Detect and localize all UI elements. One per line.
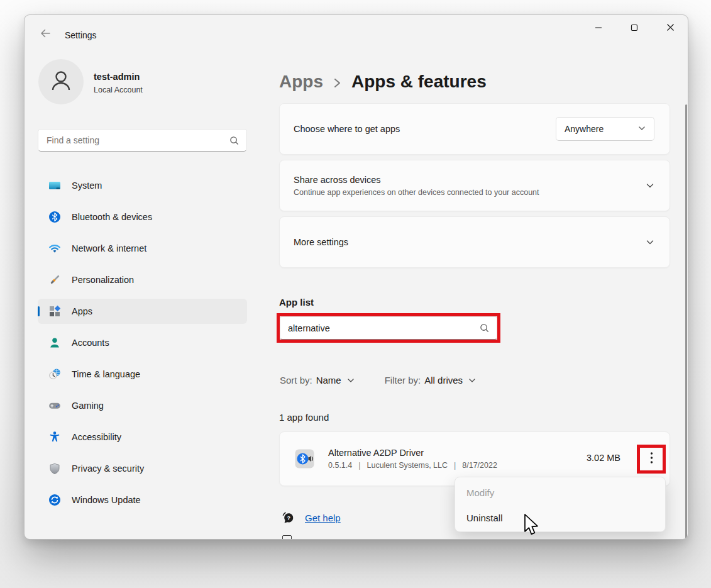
sidebar-item-label: Network & internet [72,243,146,253]
give-feedback-icon [282,535,292,540]
sidebar-item-label: Bluetooth & devices [72,212,152,222]
sidebar-item-label: Accounts [72,338,109,348]
app-version: 0.5.1.4 [328,461,352,470]
get-help-row: ? Get help [280,510,341,525]
sidebar-item-accessibility[interactable]: Accessibility [38,424,247,450]
sidebar-item-system[interactable]: System [38,173,247,198]
vertical-scrollbar[interactable] [685,104,687,538]
sidebar-item-gaming[interactable]: Gaming [38,393,247,418]
app-details: 0.5.1.4 | Luculent Systems, LLC | 8/17/2… [328,461,497,470]
sidebar-item-bluetooth-devices[interactable]: Bluetooth & devices [38,204,247,230]
menu-item-modify[interactable]: Modify [455,480,665,505]
context-menu: Modify Uninstall [455,477,666,532]
sidebar-item-privacy-security[interactable]: Privacy & security [38,456,247,481]
breadcrumb: Apps Apps & features [279,72,487,92]
breadcrumb-parent[interactable]: Apps [279,72,323,92]
find-setting-box [38,129,247,152]
system-icon [48,179,61,192]
desktop-background: Settings test-admin Local Account [0,0,711,588]
apps-icon [48,305,61,318]
chevron-down-icon[interactable] [646,238,654,247]
maximize-button[interactable] [620,18,649,39]
sidebar-item-label: Accessibility [72,432,121,442]
more-settings-title: More settings [294,237,348,247]
get-help-link[interactable]: Get help [305,513,341,523]
app-list-heading: App list [279,297,314,308]
accounts-icon [48,336,61,349]
sidebar-item-label: Windows Update [72,495,141,505]
sidebar-item-label: Apps [72,306,92,316]
sidebar-item-apps[interactable]: Apps [38,299,247,324]
get-apps-label: Choose where to get apps [294,124,400,134]
svg-text:?: ? [287,515,290,521]
close-button[interactable] [656,18,685,39]
sidebar-item-accounts[interactable]: Accounts [38,330,247,355]
sidebar-item-windows-update[interactable]: Windows Update [38,487,247,513]
chevron-down-icon[interactable] [646,181,654,190]
avatar[interactable] [38,59,84,104]
menu-item-uninstall[interactable]: Uninstall [455,505,665,530]
user-account-type: Local Account [94,86,143,94]
kebab-menu-icon [650,452,653,467]
gamepad-icon [48,399,61,412]
a2dp-app-icon [295,449,314,469]
close-icon [666,23,675,34]
sidebar-item-label: Personalization [72,275,134,285]
page-title: Apps & features [351,72,487,92]
settings-window: Settings test-admin Local Account [24,14,688,540]
get-apps-dropdown[interactable]: Anywhere [556,117,654,141]
sidebar-item-label: Gaming [72,401,104,411]
more-settings-card[interactable]: More settings [279,216,670,268]
window-title: Settings [65,30,97,40]
filter-by-value: All drives [424,375,463,386]
user-name: test-admin [94,72,140,82]
separator: | [358,461,360,470]
search-icon [480,323,489,333]
maximize-icon [631,23,638,34]
get-help-icon: ? [280,510,295,525]
wifi-icon [48,242,61,255]
separator: | [454,461,456,470]
find-setting-input[interactable] [38,130,229,151]
filter-by-label: Filter by: [385,375,421,386]
app-more-options-button[interactable] [640,448,663,470]
mouse-cursor-icon [524,513,540,540]
share-across-devices-card[interactable]: Share across devices Continue app experi… [279,160,670,211]
brush-icon [48,274,61,286]
sidebar-item-label: System [72,180,102,191]
update-icon [48,494,61,506]
sidebar-item-time-language[interactable]: Time & language [38,362,247,387]
sidebar-item-network-internet[interactable]: Network & internet [38,236,247,261]
minimize-button[interactable] [584,18,613,39]
app-search-input[interactable] [280,317,480,339]
chevron-down-icon [638,123,646,135]
app-install-date: 8/17/2022 [462,461,497,470]
bluetooth-icon [48,211,61,223]
chevron-down-icon [468,377,476,384]
app-size: 3.02 MB [587,453,620,463]
back-arrow-icon [39,27,52,42]
sidebar-nav: System Bluetooth & devices Network & int… [38,173,247,519]
sidebar-item-personalization[interactable]: Personalization [38,267,247,292]
minimize-icon [595,23,602,34]
person-icon [47,67,75,97]
back-button[interactable] [35,25,56,45]
search-icon [229,136,239,145]
filter-by-dropdown[interactable]: Filter by: All drives [385,375,476,386]
get-apps-card: Choose where to get apps Anywhere [279,103,670,155]
app-name: Alternative A2DP Driver [328,448,497,458]
sort-by-dropdown[interactable]: Sort by: Name [280,375,355,386]
breadcrumb-chevron-icon [333,77,341,89]
sort-by-label: Sort by: [280,375,312,386]
share-title: Share across devices [294,175,539,185]
app-search-box [280,316,497,340]
result-count: 1 app found [279,412,329,423]
sort-by-value: Name [316,375,341,386]
sidebar-item-label: Time & language [72,369,140,379]
sidebar-item-label: Privacy & security [72,463,144,474]
highlight-box-menu-button [637,445,666,474]
accessibility-icon [48,431,61,443]
sort-filter-row: Sort by: Name Filter by: All drives [280,375,476,386]
share-subtitle: Continue app experiences on other device… [294,188,539,197]
clock-globe-icon [48,368,61,380]
